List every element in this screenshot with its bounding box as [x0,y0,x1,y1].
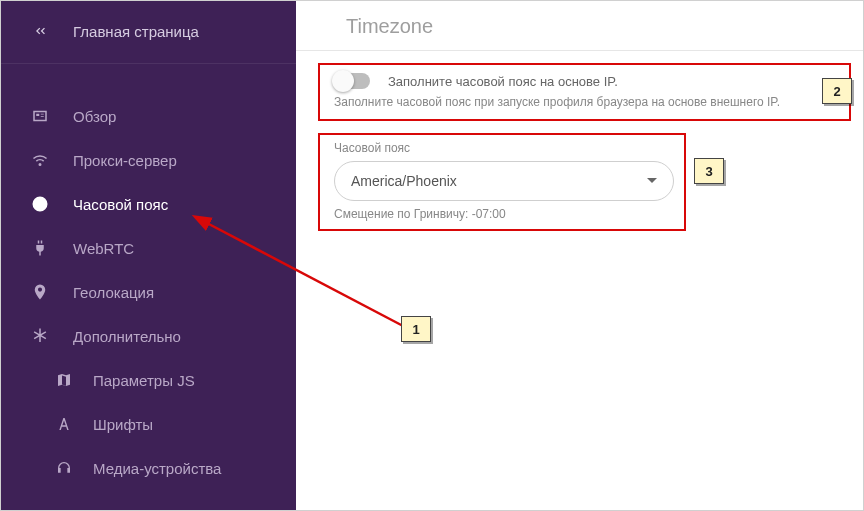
sidebar: Главная страница Обзор Прокси-сервер Час… [1,1,296,510]
wifi-icon [29,149,51,171]
sidebar-item-label: Дополнительно [73,328,181,345]
sidebar-item-proxy[interactable]: Прокси-сервер [1,138,296,182]
sidebar-subitem-label: Медиа-устройства [93,460,221,477]
map-icon [53,369,75,391]
sidebar-item-timezone[interactable]: Часовой пояс [1,182,296,226]
sidebar-item-geolocation[interactable]: Геолокация [1,270,296,314]
sidebar-item-label: Геолокация [73,284,154,301]
sidebar-subitem-media[interactable]: Медиа-устройства [1,446,296,490]
asterisk-icon [29,325,51,347]
plug-icon [29,237,51,259]
sidebar-separator [1,63,296,64]
fill-by-ip-description: Заполните часовой пояс при запуске профи… [334,95,835,111]
toggle-knob [332,70,354,92]
clock-icon [29,193,51,215]
timezone-field-label: Часовой пояс [334,141,670,155]
main-panel: Timezone Заполните часовой пояс на основ… [296,1,863,510]
sidebar-subitem-fonts[interactable]: Шрифты [1,402,296,446]
sidebar-home[interactable]: Главная страница [1,9,296,53]
sidebar-item-label: Часовой пояс [73,196,168,213]
timezone-select-panel: Часовой пояс America/Phoenix Смещение по… [318,133,686,231]
timezone-select-value: America/Phoenix [351,173,457,189]
fill-by-ip-toggle-label: Заполните часовой пояс на основе IP. [388,74,618,89]
sidebar-subitem-label: Параметры JS [93,372,195,389]
annotation-callout-3: 3 [694,158,724,184]
sidebar-item-label: Прокси-сервер [73,152,177,169]
sidebar-item-advanced[interactable]: Дополнительно [1,314,296,358]
location-pin-icon [29,281,51,303]
sidebar-home-label: Главная страница [73,23,199,40]
annotation-callout-1: 1 [401,316,431,342]
headphones-icon [53,457,75,479]
chevron-down-icon [647,178,657,183]
sidebar-subitem-label: Шрифты [93,416,153,433]
page-title: Timezone [296,1,863,51]
fill-by-ip-toggle[interactable] [334,73,370,89]
id-card-icon [29,105,51,127]
font-icon [53,413,75,435]
sidebar-item-label: Обзор [73,108,116,125]
annotation-callout-2: 2 [822,78,852,104]
timezone-select[interactable]: America/Phoenix [334,161,674,201]
sidebar-item-webrtc[interactable]: WebRTC [1,226,296,270]
sidebar-item-overview[interactable]: Обзор [1,94,296,138]
chevron-double-left-icon [29,20,51,42]
sidebar-item-label: WebRTC [73,240,134,257]
sidebar-subitem-jsparams[interactable]: Параметры JS [1,358,296,402]
fill-by-ip-panel: Заполните часовой пояс на основе IP. Зап… [318,63,851,121]
timezone-offset: Смещение по Гринвичу: -07:00 [334,207,670,221]
